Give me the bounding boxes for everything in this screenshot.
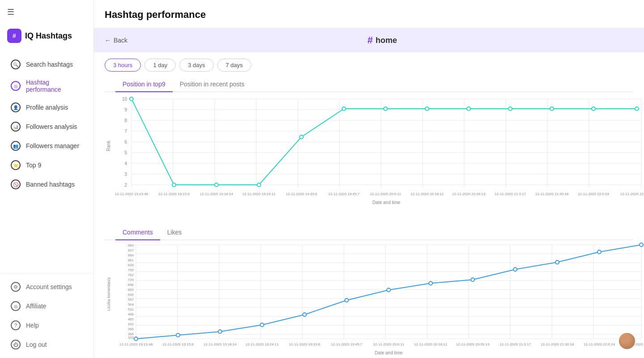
svg-point-38 [384, 107, 387, 111]
svg-point-41 [508, 107, 512, 111]
time-filter-3hours[interactable]: 3 hours [105, 59, 141, 72]
svg-text:432: 432 [128, 322, 134, 326]
svg-text:6: 6 [124, 140, 127, 145]
svg-text:12-11-2020 20:39:13: 12-11-2020 20:39:13 [456, 342, 490, 346]
sidebar-item-affiliate[interactable]: ◎ Affiliate [4, 297, 90, 315]
app-name: IQ Hashtags [25, 31, 72, 41]
svg-text:696: 696 [128, 283, 134, 287]
svg-point-115 [555, 260, 559, 264]
svg-text:8: 8 [124, 118, 127, 123]
sidebar-item-search[interactable]: 🔍 Search hashtags [4, 55, 90, 74]
svg-point-109 [303, 313, 306, 316]
sidebar: ☰ # IQ Hashtags 🔍 Search hashtags ◎ Hash… [0, 0, 94, 358]
time-filter-3days[interactable]: 3 days [179, 59, 213, 72]
sidebar-item-label: Affiliate [26, 303, 47, 310]
sidebar-item-followers-manager[interactable]: 👥 Followers manager [4, 136, 90, 155]
svg-text:927: 927 [128, 248, 134, 252]
menu-toggle[interactable]: ☰ [0, 0, 93, 21]
back-label: Back [114, 37, 127, 44]
time-filter-1day[interactable]: 1 day [144, 59, 176, 72]
back-bar: ← Back # home [94, 28, 644, 52]
bottom-chart-svg: 960 927 894 861 828 795 762 729 696 663 … [105, 240, 644, 358]
bottom-chart-container: 960 927 894 861 828 795 762 729 696 663 … [105, 240, 633, 358]
svg-text:12-11-2020 19:24:11: 12-11-2020 19:24:11 [242, 192, 276, 196]
followers-analysis-icon: 📊 [11, 122, 21, 132]
svg-point-37 [342, 107, 346, 111]
tab-position-top9[interactable]: Position in top9 [115, 77, 173, 92]
svg-point-112 [429, 281, 432, 285]
svg-text:12-11-2020 20:39:13: 12-11-2020 20:39:13 [452, 192, 486, 196]
svg-text:12-11-2020 19:33:6: 12-11-2020 19:33:6 [289, 342, 320, 346]
sidebar-item-label: Profile analysis [26, 104, 68, 111]
svg-text:12-11-2020 22:0:24: 12-11-2020 22:0:24 [578, 192, 609, 196]
svg-point-39 [425, 107, 429, 111]
sidebar-item-account-settings[interactable]: ⚙ Account settings [4, 277, 90, 296]
svg-text:12-11-2020 21:30:18: 12-11-2020 21:30:18 [535, 192, 569, 196]
sidebar-item-label: Log out [26, 341, 47, 348]
svg-text:12-11-2020 19:13:48: 12-11-2020 19:13:48 [119, 342, 153, 346]
sidebar-item-label: Followers manager [26, 142, 79, 149]
svg-text:Rank: Rank [106, 140, 111, 151]
svg-text:12-11-2020 19:33:6: 12-11-2020 19:33:6 [286, 192, 317, 196]
sidebar-item-hashtag-performance[interactable]: ◎ Hashtag performance [4, 74, 90, 98]
back-button[interactable]: ← Back [105, 37, 127, 44]
svg-point-110 [345, 298, 348, 302]
sidebar-item-label: Search hashtags [26, 61, 73, 68]
svg-point-34 [215, 183, 218, 187]
sidebar-item-label: Followers analysis [26, 123, 77, 130]
back-arrow-icon: ← [105, 37, 111, 44]
sidebar-item-logout[interactable]: ⏻ Log out [4, 335, 90, 354]
user-avatar[interactable] [619, 333, 635, 349]
svg-point-106 [176, 333, 180, 337]
svg-text:12-11-2020 20:18:11: 12-11-2020 20:18:11 [411, 192, 444, 196]
svg-text:4: 4 [124, 161, 127, 166]
svg-point-107 [218, 330, 222, 333]
svg-text:12-11-2020 21:3:17: 12-11-2020 21:3:17 [500, 342, 531, 346]
svg-text:2: 2 [124, 183, 127, 188]
svg-text:12-11-2020 19:45:7: 12-11-2020 19:45:7 [328, 192, 360, 196]
svg-text:828: 828 [128, 263, 134, 267]
sidebar-item-help[interactable]: ? Help [4, 316, 90, 335]
svg-point-108 [260, 323, 264, 327]
svg-text:Date and time: Date and time [373, 200, 401, 205]
settings-icon: ⚙ [11, 282, 21, 292]
svg-text:564: 564 [128, 303, 134, 307]
svg-text:861: 861 [128, 258, 134, 262]
svg-point-117 [640, 243, 643, 247]
time-filters: 3 hours 1 day 3 days 7 days [94, 52, 644, 72]
bottom-chart-tabs: Comments Likes [105, 220, 633, 240]
search-icon: 🔍 [11, 60, 21, 69]
svg-point-36 [300, 135, 303, 139]
sidebar-item-followers-analysis[interactable]: 📊 Followers analysis [4, 117, 90, 136]
svg-text:894: 894 [128, 253, 134, 257]
svg-text:9: 9 [124, 107, 127, 112]
svg-point-113 [471, 278, 475, 281]
time-filter-7days[interactable]: 7 days [217, 59, 251, 72]
app-logo: # IQ Hashtags [0, 21, 93, 51]
svg-text:3: 3 [124, 172, 127, 177]
svg-text:465: 465 [128, 317, 134, 321]
top-chart-svg: 10 9 8 7 6 5 4 3 2 Rank [105, 92, 644, 211]
tab-likes[interactable]: Likes [160, 225, 189, 240]
hashtag-symbol: # [367, 34, 373, 46]
svg-text:12-11-2020 19:13:48: 12-11-2020 19:13:48 [115, 192, 148, 196]
top9-icon: ⭐ [11, 160, 21, 170]
sidebar-item-profile-analysis[interactable]: 👤 Profile analysis [4, 98, 90, 117]
profile-icon: 👤 [11, 102, 21, 112]
sidebar-item-banned[interactable]: 🚫 Banned hashtags [4, 175, 90, 194]
affiliate-icon: ◎ [11, 301, 21, 311]
svg-point-111 [387, 288, 390, 292]
bottom-chart-section: Comments Likes [94, 220, 644, 358]
svg-text:729: 729 [128, 278, 134, 282]
sidebar-item-top9[interactable]: ⭐ Top 9 [4, 156, 90, 175]
help-icon: ? [11, 320, 21, 330]
tab-comments[interactable]: Comments [115, 225, 160, 240]
sidebar-nav: 🔍 Search hashtags ◎ Hashtag performance … [0, 51, 93, 273]
svg-text:12-11-2020 19:18:14: 12-11-2020 19:18:14 [200, 192, 233, 196]
svg-text:12-11-2020 22:33:24: 12-11-2020 22:33:24 [620, 192, 644, 196]
hashtag-name: home [376, 36, 397, 45]
svg-text:12-11-2020 19:45:7: 12-11-2020 19:45:7 [331, 342, 362, 346]
svg-text:12-11-2020 21:30:18: 12-11-2020 21:30:18 [541, 342, 574, 346]
svg-text:795: 795 [128, 268, 134, 272]
tab-position-recent[interactable]: Position in recent posts [173, 77, 252, 92]
